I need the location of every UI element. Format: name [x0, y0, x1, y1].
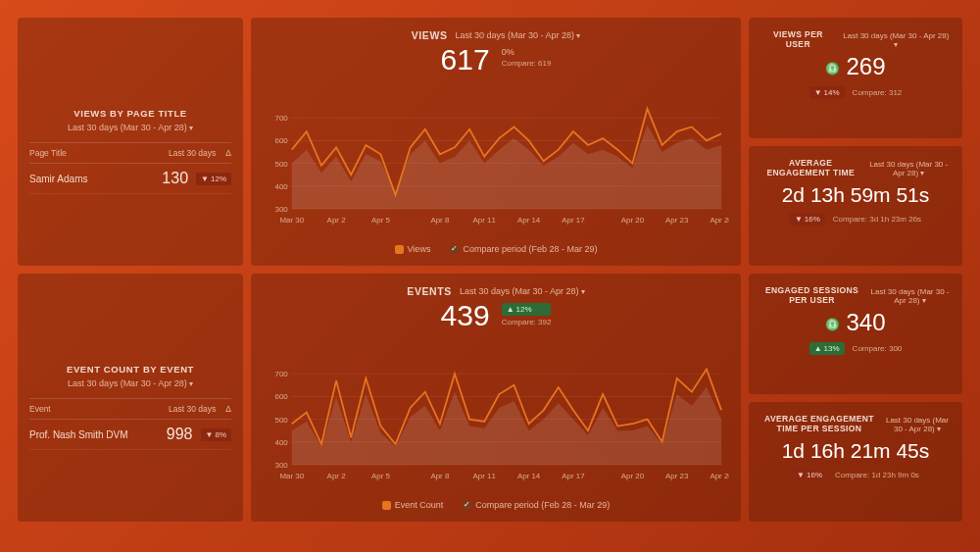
table-header: Event Last 30 days Δ [29, 398, 231, 420]
svg-text:Apr 26: Apr 26 [710, 216, 729, 225]
date-range-dropdown[interactable]: Last 30 days (Mar 30 - Apr 28) [884, 416, 951, 433]
row-name: Samir Adams [29, 174, 87, 184]
delta-badge: ▼ 14% [809, 86, 845, 99]
legend-compare[interactable]: Compare period (Feb 28 - Mar 29) [463, 500, 610, 510]
card-title: VIEWS PER USER [760, 29, 836, 49]
delta-badge: ▼ 12% [196, 173, 231, 185]
engaged-sessions-card: ENGAGED SESSIONS PER USER Last 30 days (… [749, 274, 962, 394]
svg-text:400: 400 [275, 438, 289, 447]
svg-text:300: 300 [275, 461, 289, 470]
date-range-dropdown[interactable]: Last 30 days (Mar 30 - Apr 28) [869, 287, 951, 305]
svg-text:Apr 17: Apr 17 [562, 216, 584, 225]
compare-value: Compare: 1d 23h 9m 0s [835, 471, 919, 479]
svg-text:700: 700 [275, 370, 289, 378]
col-name: Page Title [29, 148, 67, 158]
delta-badge: ▼ 16% [792, 469, 827, 481]
svg-text:Apr 8: Apr 8 [430, 216, 450, 225]
views-per-user-card: VIEWS PER USER Last 30 days (Mar 30 - Ap… [749, 18, 962, 138]
date-range-dropdown[interactable]: Last 30 days (Mar 30 - Apr 28) [29, 378, 231, 388]
svg-text:Apr 26: Apr 26 [710, 472, 729, 480]
svg-text:600: 600 [275, 392, 289, 401]
svg-text:Apr 11: Apr 11 [473, 472, 497, 480]
views-chart-card: VIEWS Last 30 days (Mar 30 - Apr 28) 617… [251, 18, 741, 266]
svg-text:500: 500 [275, 416, 289, 425]
delta-badge: ▲ 12% [502, 303, 552, 316]
svg-text:Apr 8: Apr 8 [430, 472, 450, 480]
user-icon: ♎ [825, 62, 840, 75]
svg-text:Mar 30: Mar 30 [279, 216, 304, 225]
compare-value: Compare: 392 [502, 318, 552, 326]
row-value: 130 [162, 170, 188, 187]
svg-text:Apr 11: Apr 11 [473, 216, 497, 225]
chart-legend: Views Compare period (Feb 28 - Mar 29) [263, 244, 729, 254]
card-title: AVERAGE ENGAGEMENT TIME [760, 158, 860, 177]
events-chart-card: EVENTS Last 30 days (Mar 30 - Apr 28) 43… [251, 274, 741, 522]
svg-text:Apr 20: Apr 20 [621, 472, 645, 480]
date-range-dropdown[interactable]: Last 30 days (Mar 30 - Apr 28) [456, 30, 581, 40]
views-by-page-title-card: VIEWS BY PAGE TITLE Last 30 days (Mar 30… [18, 18, 243, 266]
svg-text:Apr 14: Apr 14 [517, 216, 541, 225]
compare-value: Compare: 312 [853, 88, 903, 97]
row-name: Prof. Nash Smith DVM [29, 429, 128, 440]
events-chart: 300400500600700Mar 30Apr 2Apr 5Apr 8Apr … [263, 332, 729, 496]
events-value: 439 [441, 299, 490, 332]
event-count-by-event-card: EVENT COUNT BY EVENT Last 30 days (Mar 3… [18, 274, 243, 522]
card-title: AVERAGE ENGAGEMENT TIME PER SESSION [760, 414, 878, 433]
svg-text:Apr 23: Apr 23 [665, 216, 689, 225]
svg-text:500: 500 [275, 160, 289, 169]
col-delta: Δ [225, 404, 231, 414]
table-row[interactable]: Samir Adams 130 ▼ 12% [29, 164, 231, 194]
delta-value: 0% [502, 47, 552, 57]
metric-value: ♎340 [760, 309, 951, 336]
legend-events[interactable]: Event Count [382, 500, 444, 510]
svg-text:Apr 14: Apr 14 [517, 472, 541, 480]
delta-badge: ▲ 13% [809, 342, 845, 355]
user-icon: ♎ [825, 318, 840, 331]
svg-text:Apr 5: Apr 5 [371, 472, 391, 480]
svg-text:Apr 17: Apr 17 [562, 472, 584, 480]
compare-value: Compare: 619 [502, 59, 552, 68]
col-name: Event [29, 404, 51, 414]
date-range-dropdown[interactable]: Last 30 days (Mar 30 - Apr 28) [866, 160, 951, 177]
card-title: EVENTS [407, 285, 452, 297]
delta-badge: ▼ 8% [201, 428, 231, 441]
date-range-dropdown[interactable]: Last 30 days (Mar 30 - Apr 28) [29, 123, 231, 132]
col-value: Last 30 days [169, 404, 216, 414]
svg-text:300: 300 [275, 205, 289, 214]
svg-text:600: 600 [275, 136, 289, 145]
svg-text:Apr 20: Apr 20 [621, 216, 645, 225]
avg-engagement-session-card: AVERAGE ENGAGEMENT TIME PER SESSION Last… [749, 402, 962, 523]
card-title: VIEWS [412, 29, 448, 41]
table-row[interactable]: Prof. Nash Smith DVM 998 ▼ 8% [29, 420, 231, 450]
metric-value: 1d 16h 21m 45s [760, 439, 951, 463]
delta-badge: ▼ 16% [790, 213, 825, 226]
chart-legend: Event Count Compare period (Feb 28 - Mar… [263, 500, 729, 510]
metric-value: 2d 13h 59m 51s [760, 183, 951, 207]
card-title: VIEWS BY PAGE TITLE [29, 108, 231, 119]
svg-text:400: 400 [275, 182, 289, 191]
compare-value: Compare: 300 [853, 344, 903, 353]
views-value: 617 [441, 43, 490, 76]
svg-text:Apr 5: Apr 5 [371, 216, 391, 225]
date-range-dropdown[interactable]: Last 30 days (Mar 30 - Apr 28) [842, 31, 951, 49]
table-header: Page Title Last 30 days Δ [29, 142, 231, 164]
views-chart: 300400500600700Mar 30Apr 2Apr 5Apr 8Apr … [263, 76, 729, 240]
avg-engagement-card: AVERAGE ENGAGEMENT TIME Last 30 days (Ma… [749, 146, 962, 267]
svg-text:Apr 2: Apr 2 [327, 472, 346, 480]
card-title: ENGAGED SESSIONS PER USER [760, 285, 863, 305]
date-range-dropdown[interactable]: Last 30 days (Mar 30 - Apr 28) [460, 286, 585, 296]
svg-text:Apr 23: Apr 23 [665, 472, 689, 480]
card-title: EVENT COUNT BY EVENT [29, 364, 231, 375]
svg-text:Apr 2: Apr 2 [327, 216, 346, 225]
legend-compare[interactable]: Compare period (Feb 28 - Mar 29) [450, 244, 597, 254]
legend-views[interactable]: Views [395, 244, 431, 254]
row-value: 998 [167, 426, 193, 443]
svg-text:700: 700 [275, 114, 289, 123]
col-value: Last 30 days [169, 148, 216, 158]
metric-value: ♎269 [760, 53, 951, 80]
col-delta: Δ [225, 148, 231, 158]
compare-value: Compare: 3d 1h 23m 26s [833, 215, 921, 224]
svg-text:Mar 30: Mar 30 [279, 472, 304, 480]
